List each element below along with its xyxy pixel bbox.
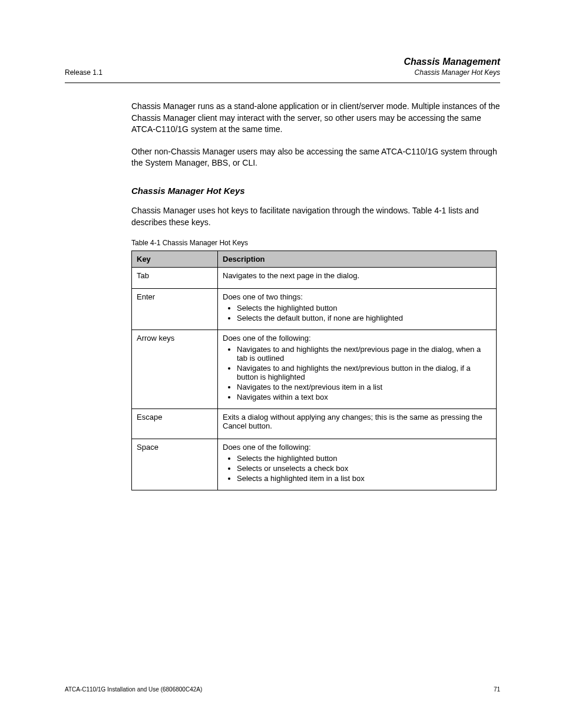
- footer-left: ATCA-C110/1G Installation and Use (68068…: [65, 686, 202, 693]
- table-cell-key: Arrow keys: [132, 330, 218, 409]
- bullet-item: Navigates to and highlights the next/pre…: [237, 364, 491, 381]
- hotkeys-table: Key Description TabNavigates to the next…: [131, 251, 497, 490]
- cell-bullets: Selects the highlighted buttonSelects th…: [223, 304, 491, 322]
- cell-title: Does one of the following:: [223, 334, 491, 342]
- bullet-item: Selects the default button, if none are …: [237, 314, 491, 322]
- bullet-item: Selects or unselects a check box: [237, 464, 491, 473]
- page-footer: ATCA-C110/1G Installation and Use (68068…: [65, 686, 500, 693]
- paragraph-2: Other non-Chassis Manager users may also…: [131, 146, 500, 169]
- cell-bullets: Selects the highlighted buttonSelects or…: [223, 454, 491, 483]
- table-row: SpaceDoes one of the following:Selects t…: [132, 439, 497, 490]
- table-cell-key: Space: [132, 439, 218, 490]
- cell-title: Does one of the following:: [223, 443, 491, 452]
- header-right: Chassis Management Chassis Manager Hot K…: [404, 57, 500, 77]
- table-cell-desc: Does one of the following:Navigates to a…: [218, 330, 497, 409]
- cell-title: Navigates to the next page in the dialog…: [223, 271, 491, 280]
- footer-right: 71: [494, 686, 500, 693]
- table-header-row: Key Description: [132, 251, 497, 268]
- table-header-key: Key: [132, 251, 218, 268]
- table-row: Arrow keysDoes one of the following:Navi…: [132, 330, 497, 409]
- table-header-desc: Description: [218, 251, 497, 268]
- table-cell-key: Enter: [132, 289, 218, 330]
- bullet-item: Navigates to the next/previous item in a…: [237, 383, 491, 391]
- table-cell-desc: Exits a dialog without applying any chan…: [218, 409, 497, 439]
- bullet-item: Navigates to and highlights the next/pre…: [237, 345, 491, 363]
- table-row: TabNavigates to the next page in the dia…: [132, 268, 497, 289]
- table-cell-desc: Navigates to the next page in the dialog…: [218, 268, 497, 289]
- paragraph-1: Chassis Manager runs as a stand-alone ap…: [131, 101, 500, 136]
- table-caption: Table 4-1 Chassis Manager Hot Keys: [131, 239, 500, 247]
- cell-title: Does one of two things:: [223, 292, 491, 301]
- table-row: EnterDoes one of two things:Selects the …: [132, 289, 497, 330]
- bullet-item: Selects a highlighted item in a list box: [237, 474, 491, 483]
- header-left: Release 1.1: [65, 68, 103, 77]
- subsection-heading: Chassis Manager Hot Keys: [131, 186, 500, 196]
- table-cell-desc: Does one of the following:Selects the hi…: [218, 439, 497, 490]
- table-cell-key: Tab: [132, 268, 218, 289]
- bullet-item: Selects the highlighted button: [237, 454, 491, 463]
- subsection-intro: Chassis Manager uses hot keys to facilit…: [131, 205, 500, 228]
- table-cell-key: Escape: [132, 409, 218, 439]
- page-header: Release 1.1 Chassis Management Chassis M…: [65, 59, 500, 81]
- table-row: EscapeExits a dialog without applying an…: [132, 409, 497, 439]
- cell-bullets: Navigates to and highlights the next/pre…: [223, 345, 491, 401]
- table-cell-desc: Does one of two things:Selects the highl…: [218, 289, 497, 330]
- header-rule: [65, 83, 500, 83]
- cell-title: Exits a dialog without applying any chan…: [223, 413, 491, 430]
- header-section: Chassis Manager Hot Keys: [404, 68, 500, 77]
- header-chapter: Chassis Management: [404, 57, 500, 67]
- body-content: Chassis Manager runs as a stand-alone ap…: [131, 101, 500, 490]
- bullet-item: Selects the highlighted button: [237, 304, 491, 312]
- bullet-item: Navigates within a text box: [237, 393, 491, 401]
